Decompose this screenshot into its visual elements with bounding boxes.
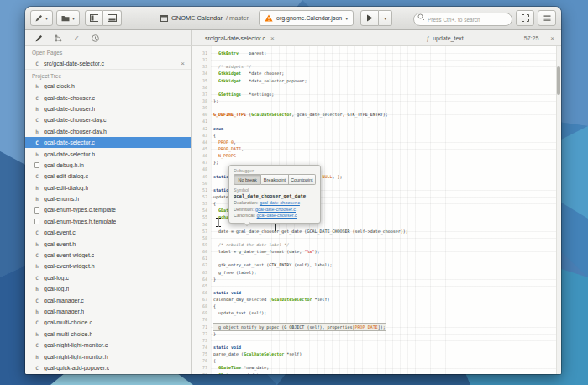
code-line[interactable]: } [213,330,556,337]
line-number[interactable]: 68 [192,303,211,309]
line-number[interactable]: 52 [192,193,211,200]
tree-item[interactable]: gcal-enum-types.h.template [25,216,191,227]
line-number[interactable]: 31 [192,50,211,56]
line-number[interactable]: 62 [192,261,211,268]
toggle-bottom-panel-button[interactable] [103,10,122,26]
tree-item[interactable]: Cgcal-edit-dialog.c [25,171,191,182]
code-line[interactable] [213,282,556,289]
line-number[interactable]: 61 [192,255,211,261]
code-line[interactable] [213,316,556,323]
tree-item[interactable]: gcal-debug.h.in [25,160,191,171]
code-line[interactable]: label = g_date_time_format (date, "%x"); [213,248,556,255]
code-line[interactable]: /* widgets */ [213,63,556,70]
code-line[interactable]: PROP_0, [213,139,556,145]
tree-item[interactable]: Cgcal-multi-choice.c [25,317,191,328]
line-number[interactable]: 64 [192,276,211,282]
code-line[interactable]: gtk_entry_set_text (GTK_ENTRY (self), la… [213,261,556,268]
line-number[interactable]: 46 [192,152,211,159]
code-line[interactable] [213,56,556,63]
popover-button-breakpoint[interactable]: Breakpoint [261,174,288,185]
definition-link[interactable]: gcal-date-chooser.c [255,207,296,212]
sidebar-tab-todo-icon[interactable]: ✓ [74,34,80,42]
fullscreen-button[interactable] [516,10,534,26]
tree-item[interactable]: Cgcal-night-light-monitor.c [25,340,191,351]
line-number[interactable]: 63 [192,269,211,276]
tree-item[interactable]: Cgcal-log.c [25,272,191,283]
line-number[interactable]: 55 [192,214,211,220]
scrollbar-thumb[interactable] [557,66,560,95]
open-page-item[interactable]: C src/gcal-date-selector.c × [25,57,191,70]
line-number[interactable]: 74 [192,344,211,351]
code-line[interactable]: GtkEntry parent; [213,50,556,56]
tree-item[interactable]: hgcal-multi-choice.h [25,329,191,340]
toggle-left-panel-button[interactable] [85,10,103,26]
tree-item[interactable]: hgcal-date-chooser.h [25,103,191,114]
build-configuration-button[interactable]: org.gnome.Calendar.json ▾ [259,10,354,26]
code-line[interactable]: /* rebuild the date label */ [213,241,556,248]
line-number[interactable]: 32 [192,56,211,63]
sidebar-tab-build-icon[interactable] [92,34,99,42]
code-line[interactable] [213,337,556,344]
line-number[interactable]: 36 [192,84,211,91]
line-number[interactable]: 70 [192,316,211,323]
code-line[interactable]: G_DEFINE_TYPE (GcalDateSelector, gcal_da… [213,111,556,118]
line-number[interactable]: 44 [192,139,211,145]
code-line[interactable]: parse_date (GcalDateSelector *self) [213,351,556,357]
tree-item[interactable]: hgcal-date-chooser-day.h [25,126,191,137]
tree-item[interactable]: Cgcal-event.c [25,227,191,238]
line-number[interactable]: 58 [192,235,211,241]
open-document-button[interactable]: ▾ [56,10,80,26]
symbol-breadcrumb[interactable]: ƒ update_text [426,35,464,41]
line-number[interactable]: 65 [192,282,211,289]
line-number[interactable]: 56 [192,221,211,228]
tab-title[interactable]: src/gcal-date-selector.c [205,35,265,41]
line-number[interactable]: 38 [192,98,211,104]
line-number[interactable]: 48 [192,166,211,172]
code-line[interactable]: GtkWidget *date_selector_popover; [213,77,556,84]
tree-item[interactable]: hgcal-clock.h [25,81,191,92]
code-line[interactable]: } [213,276,556,282]
project-title[interactable]: GNOME Calendar / master [160,14,249,22]
tree-item[interactable]: Cgcal-date-chooser-day.c [25,114,191,125]
line-number[interactable]: 40 [192,111,211,118]
tab-close-icon[interactable]: × [270,34,275,42]
code-line[interactable]: static void [213,344,556,351]
code-line[interactable]: enum [213,125,556,132]
tree-item[interactable]: Cgcal-date-selector.c [25,137,191,148]
line-number[interactable]: 60 [192,248,211,255]
code-line[interactable]: update_text (self); [213,309,556,316]
line-number[interactable]: 67 [192,296,211,303]
code-line[interactable]: }; [213,98,556,104]
tree-item[interactable]: hgcal-night-light-monitor.h [25,351,191,361]
line-number[interactable]: 41 [192,118,211,124]
tree-item[interactable]: hgcal-edit-dialog.h [25,182,191,193]
tree-item[interactable]: hgcal-event.h [25,238,191,249]
code-line[interactable]: PROP_DATE, [213,145,556,152]
code-line[interactable]: GDateTime *new_date; [213,364,556,371]
line-number[interactable]: 45 [192,145,211,152]
declaration-link[interactable]: gcal-date-chooser.c [260,200,300,205]
code-line[interactable]: GtkWidget *date_chooser; [213,70,556,76]
line-number[interactable]: 49 [192,173,211,180]
line-number[interactable]: 75 [192,351,211,357]
code-line[interactable] [213,255,556,261]
code-line[interactable] [213,84,556,91]
menu-button[interactable] [538,10,556,26]
code-line[interactable]: GDate parsed_date; [213,372,556,374]
line-number[interactable]: 34 [192,70,211,76]
code-line[interactable]: { [213,132,556,139]
global-search-input[interactable] [413,13,512,26]
popover-button-no-break[interactable]: No break [234,174,261,185]
line-number[interactable]: 53 [192,200,211,207]
tree-item[interactable]: hgcal-enums.h [25,193,191,204]
tree-item[interactable]: Cgcal-manager.c [25,294,191,305]
line-number[interactable]: 47 [192,159,211,166]
pane-close-icon[interactable]: × [550,34,554,42]
tree-item[interactable]: Cgcal-quick-add-popover.c [25,362,191,373]
line-number[interactable]: 78 [192,372,211,374]
sidebar-tab-editor-icon[interactable] [35,34,43,42]
run-button[interactable] [360,10,379,26]
tree-item[interactable]: Cgcal-date-chooser.c [25,92,191,103]
line-number[interactable]: 76 [192,357,211,364]
line-number[interactable]: 50 [192,180,211,187]
